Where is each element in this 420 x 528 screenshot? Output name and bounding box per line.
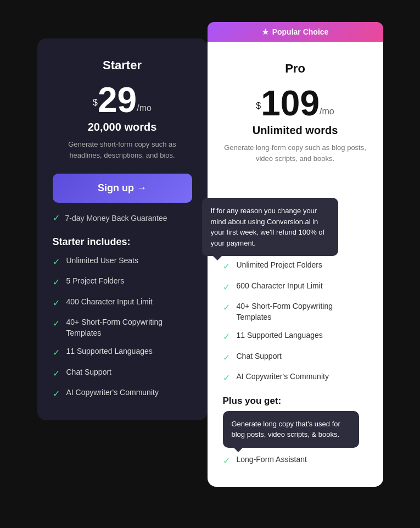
pro-word-count: Unlimited words bbox=[223, 124, 368, 137]
check-icon: ✓ bbox=[53, 297, 60, 309]
starter-price: 29 bbox=[98, 82, 137, 118]
check-icon: ✓ bbox=[223, 331, 230, 343]
list-item: ✓ AI Copywriter's Community bbox=[223, 371, 368, 384]
popular-badge: ★ Popular Choice bbox=[208, 22, 383, 42]
pro-features: ✓ 1 User Seat ✓ Unlimited Project Folder… bbox=[223, 240, 368, 385]
long-form-tooltip: Generate long copy that's used for blog … bbox=[223, 411, 359, 448]
check-icon: ✓ bbox=[223, 455, 230, 467]
check-icon: ✓ bbox=[223, 372, 230, 384]
money-back-tooltip: If for any reason you change your mind a… bbox=[202, 198, 338, 256]
pro-card-wrapper: ★ Popular Choice Pro $ 109 /mo Unlimited… bbox=[208, 22, 383, 487]
starter-price-block: $ 29 /mo bbox=[53, 82, 192, 118]
list-item: ✓ 600 Character Input Limit bbox=[223, 281, 368, 293]
starter-money-back: ✓ 7-day Money Back Guarantee bbox=[53, 213, 192, 223]
check-icon: ✓ bbox=[53, 368, 60, 380]
plus-title: Plus you get: bbox=[223, 396, 368, 407]
pro-price-block: $ 109 /mo bbox=[223, 86, 368, 121]
list-item: ✓ 40+ Short-Form Copywriting Templates bbox=[223, 301, 368, 323]
list-item: ✓ AI Copywriter's Community bbox=[53, 387, 192, 400]
pro-card: Pro $ 109 /mo Unlimited words Generate l… bbox=[208, 42, 383, 487]
check-icon: ✓ bbox=[53, 213, 60, 223]
check-icon: ✓ bbox=[53, 347, 60, 359]
list-item: ✓ Long-Form Assistant bbox=[223, 454, 368, 467]
starter-card: Starter $ 29 /mo 20,000 words Generate s… bbox=[37, 38, 208, 420]
check-icon: ✓ bbox=[223, 302, 230, 314]
pro-price: 109 bbox=[261, 86, 320, 121]
plus-section: Plus you get: Generate long copy that's … bbox=[223, 396, 368, 467]
check-icon: ✓ bbox=[223, 281, 230, 293]
check-icon: ✓ bbox=[53, 276, 60, 288]
list-item: ✓ Chat Support bbox=[223, 351, 368, 364]
check-icon: ✓ bbox=[53, 318, 60, 330]
list-item: ✓ Chat Support bbox=[53, 367, 192, 380]
check-icon: ✓ bbox=[53, 256, 60, 268]
check-icon: ✓ bbox=[223, 352, 230, 364]
list-item: ✓ 11 Supported Languages bbox=[223, 330, 368, 343]
starter-signup-button[interactable]: Sign up → bbox=[53, 174, 192, 203]
starter-features: ✓ Unlimited User Seats ✓ 5 Project Folde… bbox=[53, 255, 192, 401]
starter-period: /mo bbox=[137, 103, 152, 113]
pricing-cards: Starter $ 29 /mo 20,000 words Generate s… bbox=[37, 22, 383, 487]
pro-plus-features: ✓ Long-Form Assistant bbox=[223, 454, 368, 467]
list-item: ✓ 400 Character Input Limit bbox=[53, 297, 192, 309]
check-icon: ✓ bbox=[53, 388, 60, 400]
list-item: ✓ 40+ Short-Form Copywriting Templates bbox=[53, 317, 192, 338]
list-item: ✓ 11 Supported Languages bbox=[53, 346, 192, 359]
starter-title: Starter bbox=[53, 58, 192, 73]
list-item: ✓ Unlimited User Seats bbox=[53, 255, 192, 268]
list-item: ✓ Unlimited Project Folders bbox=[223, 260, 368, 273]
starter-description: Generate short-form copy such as headlin… bbox=[53, 139, 192, 160]
check-icon: ✓ bbox=[223, 260, 230, 273]
list-item: ✓ 5 Project Folders bbox=[53, 276, 192, 288]
pro-description: Generate long-form copy such as blog pos… bbox=[223, 142, 368, 164]
starter-includes-title: Starter includes: bbox=[53, 236, 192, 248]
star-icon: ★ bbox=[262, 27, 269, 36]
pro-currency: $ bbox=[256, 101, 261, 111]
starter-currency: $ bbox=[93, 98, 98, 108]
pro-title: Pro bbox=[223, 62, 368, 76]
starter-word-count: 20,000 words bbox=[53, 121, 192, 134]
pro-period: /mo bbox=[320, 107, 334, 116]
